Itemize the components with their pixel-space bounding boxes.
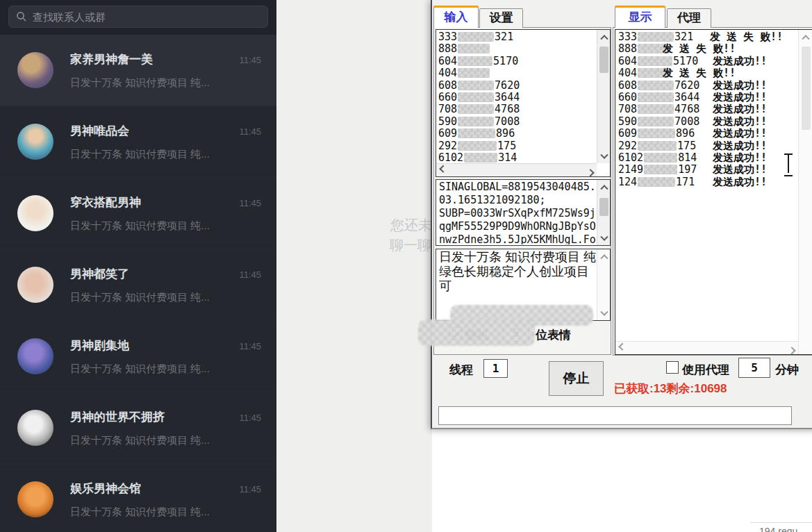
account-prefix: 708 [618, 103, 637, 115]
scrollbar-thumb[interactable] [802, 47, 811, 130]
account-number-listbox[interactable]: 333321 888 6045170 404 6087620 6603644 7… [436, 29, 611, 177]
status-text: 发送成功!! [713, 92, 767, 103]
proxy-minutes-input[interactable] [738, 358, 770, 378]
scroll-left-button[interactable] [615, 342, 629, 355]
chat-list-item[interactable]: 男神唯品会 11:45 日发十万条 知识付费项目 纯... [0, 106, 276, 178]
masked-digits [638, 104, 674, 114]
scroll-right-button[interactable] [785, 342, 798, 355]
account-row[interactable]: 7084768 [438, 103, 595, 115]
result-row[interactable]: 888发 送 失 败!! [618, 43, 797, 55]
send-result-listbox[interactable]: 333321发 送 失 败!! 888发 送 失 败!! 6045170发送成功… [615, 29, 812, 355]
result-number: 6603644 [618, 92, 713, 103]
result-row[interactable]: 292175发送成功!! [618, 140, 797, 152]
account-row[interactable]: 6603644 [438, 92, 595, 103]
account-row[interactable]: 5907008 [438, 116, 595, 128]
scroll-right-button[interactable] [583, 164, 597, 177]
scroll-down-button[interactable] [597, 232, 611, 245]
account-prefix: 609 [438, 127, 457, 140]
scroll-up-button[interactable] [799, 30, 812, 43]
chat-preview: 日发十万条 知识付费项目 纯... [70, 291, 261, 304]
chevron-down-icon [600, 308, 608, 315]
account-row[interactable]: 6045170 [438, 56, 595, 67]
chevron-left-icon [618, 342, 626, 350]
stop-button[interactable]: 停止 [549, 361, 604, 396]
account-row[interactable]: 333321 [438, 31, 595, 43]
vertical-scrollbar[interactable] [597, 180, 610, 245]
scrollbar-thumb[interactable] [599, 47, 608, 73]
account-suffix: 5170 [493, 55, 518, 67]
chat-list-item[interactable]: 男神的世界不拥挤 11:45 日发十万条 知识付费项目 纯... [0, 392, 276, 464]
account-suffix: 4768 [674, 103, 699, 115]
scroll-down-button[interactable] [597, 307, 611, 320]
use-proxy-checkbox[interactable] [666, 361, 679, 374]
cookie-textarea[interactable]: SINAGLOBAL=8819543040485.03.165132109218… [436, 179, 611, 246]
result-row[interactable]: 6603644发送成功!! [618, 92, 797, 103]
result-row[interactable]: 7084768发送成功!! [618, 103, 797, 115]
account-prefix: 6102 [618, 151, 643, 164]
result-row[interactable]: 6102814发送成功!! [618, 152, 797, 164]
chat-time: 11:45 [239, 269, 261, 280]
chevron-up-icon [600, 254, 608, 262]
account-prefix: 660 [618, 91, 637, 103]
result-row[interactable]: 404发 送 失 败!! [618, 67, 797, 79]
status-text: 发 送 失 败!! [663, 43, 736, 55]
account-row[interactable]: 292175 [438, 140, 595, 152]
result-row[interactable]: 609896发送成功!! [618, 128, 797, 140]
result-number: 609896 [618, 128, 713, 140]
vertical-scrollbar[interactable] [597, 249, 610, 320]
thread-count-input[interactable] [483, 359, 508, 378]
result-row[interactable]: 5907008发送成功!! [618, 116, 797, 128]
chat-preview: 日发十万条 知识付费项目 纯... [70, 363, 261, 376]
scroll-left-button[interactable] [436, 164, 449, 177]
chat-preview: 日发十万条 知识付费项目 纯... [70, 76, 261, 90]
chat-preview: 日发十万条 知识付费项目 纯... [70, 434, 261, 447]
send-result-rows: 333321发 送 失 败!! 888发 送 失 败!! 6045170发送成功… [618, 31, 797, 340]
tab[interactable]: 代理 [667, 8, 711, 28]
tab[interactable]: 显示 [615, 6, 665, 28]
horizontal-scrollbar[interactable] [615, 341, 798, 355]
chat-item-main: 男神的世界不拥挤 11:45 日发十万条 知识付费项目 纯... [70, 409, 261, 447]
result-row[interactable]: 124171发送成功!! [618, 176, 797, 188]
result-row[interactable]: 333321发 送 失 败!! [618, 31, 797, 43]
status-text: 发送成功!! [713, 152, 767, 164]
use-proxy-label: 使用代理 [682, 362, 729, 378]
account-row[interactable]: 6087620 [438, 80, 595, 92]
result-row[interactable]: 6045170发送成功!! [618, 56, 797, 67]
account-suffix: 175 [497, 140, 516, 152]
scroll-up-button[interactable] [597, 180, 611, 193]
account-row[interactable]: 888 [438, 43, 595, 55]
result-row[interactable]: 6087620发送成功!! [618, 80, 797, 92]
masked-digits [458, 44, 490, 53]
masked-digits [638, 177, 675, 187]
search-box[interactable] [8, 6, 268, 28]
tab[interactable]: 输入 [433, 6, 479, 28]
vertical-scrollbar[interactable] [597, 30, 610, 163]
scroll-up-button[interactable] [597, 30, 611, 43]
chat-list-item[interactable]: 家养男神詹一美 11:45 日发十万条 知识付费项目 纯... [0, 35, 276, 106]
vertical-scrollbar[interactable] [798, 30, 812, 354]
account-row[interactable]: 404 [438, 67, 595, 79]
search-input[interactable] [33, 11, 260, 23]
avatar [17, 410, 53, 446]
tab[interactable]: 设置 [479, 8, 523, 28]
result-number: 888 [618, 43, 663, 55]
masked-digits [458, 92, 494, 102]
result-number: 6045170 [618, 56, 713, 67]
account-prefix: 590 [438, 115, 457, 128]
result-row[interactable]: 2149197发送成功!! [618, 164, 797, 176]
horizontal-scrollbar[interactable] [436, 163, 597, 176]
scrollbar-thumb[interactable] [599, 198, 608, 216]
result-number: 5907008 [618, 116, 713, 128]
result-number: 6102814 [618, 152, 713, 164]
bottom-command-input[interactable] [438, 406, 792, 425]
account-row[interactable]: 6102314 [438, 152, 595, 163]
chat-list-item[interactable]: 娱乐男神会馆 11:45 日发十万条 知识付费项目 纯... [0, 464, 276, 532]
scroll-up-button[interactable] [597, 249, 611, 263]
chat-list-item[interactable]: 穿衣搭配男神 11:45 日发十万条 知识付费项目 纯... [0, 178, 276, 249]
scroll-down-button[interactable] [597, 150, 611, 163]
masked-digits [464, 153, 497, 163]
account-suffix: 4768 [495, 103, 520, 115]
chat-list-item[interactable]: 男神剧集地 11:45 日发十万条 知识付费项目 纯... [0, 321, 276, 392]
account-row[interactable]: 609896 [438, 128, 595, 140]
chat-list-item[interactable]: 男神都笑了 11:45 日发十万条 知识付费项目 纯... [0, 249, 276, 321]
